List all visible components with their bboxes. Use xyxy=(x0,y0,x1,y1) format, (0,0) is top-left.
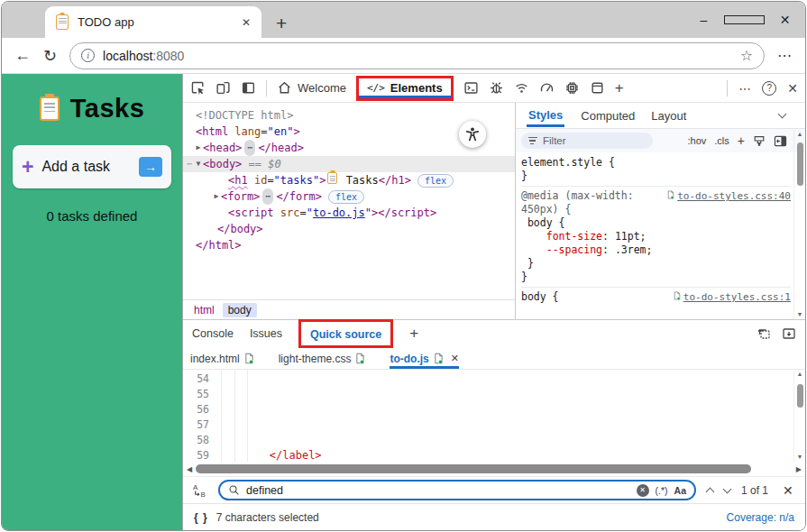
tab-close-button[interactable]: ✕ xyxy=(240,16,252,29)
search-query[interactable]: defined xyxy=(246,484,630,497)
scrollbar-thumb[interactable] xyxy=(196,464,750,473)
horizontal-scrollbar[interactable]: ◀ ▶ xyxy=(183,462,805,476)
code-lines[interactable]: </label> <button type="button" data-task… xyxy=(217,370,805,462)
help-icon[interactable]: ? xyxy=(762,81,776,96)
tab-layout[interactable]: Layout xyxy=(651,109,686,123)
network-conditions-icon[interactable] xyxy=(514,80,529,96)
reload-button[interactable]: ↻ xyxy=(43,46,57,66)
dom-tree-row[interactable]: </html> xyxy=(183,237,515,253)
add-task-form[interactable]: + Add a task → xyxy=(13,145,171,188)
dom-tree-row[interactable]: <h1 id="tasks"> Tasks</h1>flex xyxy=(183,172,515,188)
line-number[interactable]: 59 xyxy=(183,448,209,462)
chevron-down-icon[interactable] xyxy=(778,110,787,119)
drawer-more-tabs-button[interactable]: + xyxy=(409,325,418,343)
tab-quick-source[interactable]: Quick source xyxy=(310,328,381,341)
dom-tree-row[interactable]: <script src="to-do.js"></script> xyxy=(183,205,515,221)
maximize-button[interactable] xyxy=(724,2,765,38)
devtools-close-button[interactable]: ✕ xyxy=(787,81,798,96)
minimize-button[interactable]: – xyxy=(683,2,724,38)
tab-issues[interactable]: Issues xyxy=(250,327,282,340)
tab-computed[interactable]: Computed xyxy=(581,109,635,123)
tab-console[interactable]: Console xyxy=(192,327,234,340)
tab-index-html[interactable]: index.html xyxy=(190,352,255,369)
back-button[interactable]: ← xyxy=(14,46,31,65)
css-rule[interactable]: body {to-do-styles.css:1 xyxy=(521,287,791,304)
replace-toggle-icon[interactable]: AB xyxy=(192,482,207,498)
close-search-button[interactable]: ✕ xyxy=(783,483,793,498)
match-case-option[interactable]: Aa xyxy=(674,485,686,496)
line-number[interactable]: 55 xyxy=(183,387,209,402)
dom-tree-row[interactable]: ⋯▼<body> == $0 xyxy=(183,156,515,172)
expand-arrow-icon[interactable]: ▶ xyxy=(212,188,221,205)
css-rule[interactable]: element.style {} xyxy=(521,156,791,183)
line-number[interactable]: 57 xyxy=(183,417,209,433)
next-match-button[interactable] xyxy=(723,484,732,493)
scroll-up-icon[interactable]: ▲ xyxy=(797,370,803,379)
styles-filter-input[interactable]: Filter xyxy=(521,133,653,149)
console-icon[interactable] xyxy=(463,80,479,96)
customize-devtools-button[interactable]: ⋯ xyxy=(738,81,751,96)
toggle-pane-icon[interactable] xyxy=(774,135,787,147)
stylesheet-link[interactable]: to-do-styles.css:40 xyxy=(666,189,791,216)
editor-scrollbar[interactable]: ▲ ▼ xyxy=(793,370,805,462)
tab-elements[interactable]: </> Elements xyxy=(359,78,451,98)
expand-arrow-icon[interactable]: ▼ xyxy=(194,156,203,172)
browser-tab[interactable]: TODO app ✕ xyxy=(45,6,261,38)
breadcrumb-html[interactable]: html xyxy=(188,303,220,317)
url-field[interactable]: i localhost:8080 ☆ xyxy=(69,42,765,69)
line-number[interactable]: 58 xyxy=(183,433,209,448)
css-rule[interactable]: @media (max-width: 450px) {to-do-styles.… xyxy=(521,186,791,284)
more-tools-button[interactable]: + xyxy=(615,79,624,97)
scroll-right-icon[interactable]: ▶ xyxy=(796,465,802,473)
site-info-icon[interactable]: i xyxy=(81,49,95,62)
code-line[interactable]: </label> xyxy=(217,448,805,462)
panel-layout-icon[interactable] xyxy=(241,80,256,96)
new-tab-button[interactable]: + xyxy=(276,14,287,32)
performance-icon[interactable] xyxy=(539,80,555,96)
tab-light-theme-css[interactable]: light-theme.css xyxy=(279,352,367,369)
scroll-down-icon[interactable]: ▼ xyxy=(797,310,803,319)
tab-styles[interactable]: Styles xyxy=(527,104,564,127)
flex-badge[interactable]: flex xyxy=(417,174,454,188)
undock-drawer-icon[interactable] xyxy=(757,327,771,340)
previous-match-button[interactable] xyxy=(706,488,715,497)
application-icon[interactable] xyxy=(590,80,605,96)
expand-arrow-icon[interactable]: ▶ xyxy=(194,140,203,156)
breadcrumb-body[interactable]: body xyxy=(223,303,257,317)
scroll-up-icon[interactable]: ▲ xyxy=(797,130,803,139)
bookmark-star-icon[interactable]: ☆ xyxy=(740,47,753,64)
regex-option[interactable]: (.*) xyxy=(656,485,668,496)
brush-icon[interactable] xyxy=(753,134,766,147)
flex-badge[interactable]: flex xyxy=(328,190,364,204)
window-close-button[interactable]: ✕ xyxy=(765,2,805,38)
code-editor[interactable]: 545556575859 </label> <button type="butt… xyxy=(183,370,805,462)
add-task-input[interactable]: Add a task xyxy=(41,159,131,175)
browser-menu-button[interactable]: ⋯ xyxy=(777,47,793,64)
dom-tree-row[interactable]: <!DOCTYPE html> xyxy=(183,107,515,124)
scroll-down-icon[interactable]: ▼ xyxy=(797,453,803,462)
search-input[interactable]: defined ✕ (.*) Aa xyxy=(218,480,696,500)
close-file-icon[interactable]: ✕ xyxy=(451,353,459,364)
styles-scrollbar[interactable]: ▲ ▼ xyxy=(793,130,805,319)
dom-tree-row[interactable]: </body> xyxy=(183,221,515,237)
add-task-submit-button[interactable]: → xyxy=(139,157,162,177)
clear-search-icon[interactable]: ✕ xyxy=(637,484,649,497)
line-number[interactable]: 56 xyxy=(183,402,209,417)
scrollbar-thumb[interactable] xyxy=(797,384,803,408)
scrollbar-thumb[interactable] xyxy=(797,142,803,186)
device-emulation-icon[interactable] xyxy=(216,80,231,96)
class-toggle-button[interactable]: .cls xyxy=(714,135,729,146)
tab-to-do-js[interactable]: to-do.js ✕ xyxy=(390,352,459,369)
inspect-icon[interactable] xyxy=(190,80,206,96)
debugger-bug-icon[interactable] xyxy=(489,80,504,96)
scroll-left-icon[interactable]: ◀ xyxy=(187,465,192,473)
line-number[interactable]: 54 xyxy=(183,371,209,387)
dom-tree-row[interactable]: ▶<form>⋯</form>flex xyxy=(183,188,515,205)
coverage-link[interactable]: Coverage: n/a xyxy=(727,511,794,524)
stylesheet-link[interactable]: to-do-styles.css:1 xyxy=(673,290,791,304)
tab-welcome[interactable]: Welcome xyxy=(277,80,346,96)
new-style-rule-button[interactable]: + xyxy=(738,133,745,148)
expand-drawer-icon[interactable] xyxy=(782,327,796,340)
pseudo-state-button[interactable]: :hov xyxy=(688,135,707,146)
memory-icon[interactable] xyxy=(564,80,580,96)
